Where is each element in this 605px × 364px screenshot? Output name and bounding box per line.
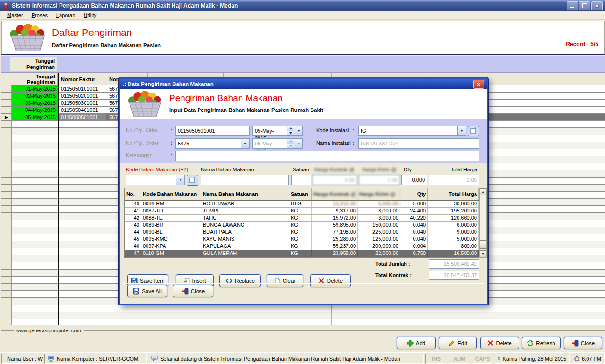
cell-nomor-faktur[interactable]: 0115050501001 (59, 114, 106, 120)
items-grid-cell: 15,972.00 (312, 215, 358, 221)
cell-nomor-faktur[interactable]: 0115050101001 (59, 85, 106, 92)
date-dropdown-arrow (294, 139, 302, 148)
bg-col-faktur[interactable]: Nomor Faktur (59, 73, 106, 85)
items-grid-row[interactable]: 470110-GMGULA MERAHKG23,958.0022,000.000… (125, 250, 479, 257)
cell-tanggal-pengiriman[interactable]: 01-May-2015 (12, 85, 58, 92)
grid-scrollbar[interactable] (479, 188, 487, 258)
cell-nomor-faktur[interactable]: 0115050301001 (59, 100, 106, 106)
menu-master[interactable]: Master (3, 11, 27, 19)
cell-tanggal-pengiriman[interactable]: 05-May-2015 (12, 114, 58, 120)
cell-tanggal-pengiriman[interactable]: 02-May-2015 (12, 93, 58, 99)
items-grid-cell: 43 (125, 222, 141, 229)
delete-item-button[interactable]: Delete (310, 274, 351, 287)
combo-arrow-icon[interactable] (457, 126, 466, 135)
new-bahan-button[interactable] (187, 175, 198, 186)
dialog-close-footer-button[interactable]: Close (173, 285, 213, 297)
no-kirim-input[interactable] (175, 126, 250, 136)
scrollbar-thumb[interactable] (480, 240, 486, 249)
status-welcome-text: Selamat datang di Sistem Informasi Penga… (160, 356, 400, 362)
satuan-input[interactable] (291, 175, 311, 185)
cell-tanggal-pengiriman[interactable]: 03-May-2015 (12, 100, 58, 106)
combo-arrow-icon[interactable] (176, 175, 184, 185)
minimize-button[interactable] (567, 1, 578, 10)
items-grid-cell: 22,000.00 (358, 250, 400, 257)
date-dropdown-arrow[interactable] (294, 126, 302, 135)
col-kode[interactable]: Kode Bahan Makanan (141, 188, 201, 200)
items-grid-row[interactable]: 420088-TETAHUKG15,972.003,000.0040.22012… (125, 215, 479, 222)
page-title: Daftar Pengiriman (52, 27, 132, 38)
qty-input[interactable] (401, 175, 427, 185)
colon: : (353, 127, 354, 133)
dialog-title: .: Data Pengiriman Bahan Makanan (123, 81, 473, 87)
items-grid-cell: KG (289, 222, 312, 229)
kode-bahan-combo[interactable] (126, 175, 185, 185)
items-grid-row[interactable]: 430089-BRBUNGA LAWANGKG59,895.00150,000.… (125, 222, 479, 229)
refresh-button[interactable]: Refresh (522, 337, 561, 349)
bg-col-tanggal[interactable]: Tanggal Pengiriman (12, 73, 58, 85)
menu-bar: Master Proses Laporan Utility (1, 11, 605, 20)
scroll-up-button[interactable] (480, 188, 486, 195)
add-button[interactable]: Add (397, 337, 436, 349)
tgl-kirim-datepicker[interactable]: 05-May-2015 (252, 126, 303, 136)
items-grid-cell: 24.400 (400, 208, 428, 214)
items-grid-cell: KAYU MANIS (201, 236, 289, 243)
items-grid-row[interactable]: 410087-THTEMPEKG9,317.008,000.0024.40019… (125, 208, 479, 215)
items-grid-cell: KG (289, 243, 312, 250)
nama-bahan-input[interactable] (201, 175, 289, 185)
close-window-button[interactable]: Close (564, 337, 602, 349)
colon: : (171, 140, 172, 146)
keterangan-input[interactable] (175, 151, 479, 161)
items-grid-row[interactable]: 450095-KMCKAYU MANISKG25,289.00125,000.0… (125, 236, 479, 243)
col-nama[interactable]: Nama Bahan Makanan (201, 188, 289, 200)
col-harga-kontrak[interactable]: Harga Kontrak @ (312, 188, 358, 200)
menu-utility[interactable]: Utility (79, 11, 101, 19)
qty-label: Qty (404, 167, 412, 172)
bg-grid-empty-row (1, 305, 605, 312)
row-selector (1, 156, 12, 163)
page-header-panel: Daftar Pengiriman Daftar Pengiriman Baha… (1, 21, 605, 55)
filter-button-tanggal[interactable]: Tanggal Pengiriman (10, 57, 57, 71)
col-harga-kirim[interactable]: Harga Kirim @ (358, 188, 400, 200)
scroll-down-button[interactable] (480, 250, 486, 257)
replace-button[interactable]: Replace (219, 274, 261, 287)
combo-arrow-icon[interactable] (241, 139, 249, 148)
items-grid-row[interactable]: 400086-RMROTI TAWARBTG13,310.006,000.005… (125, 201, 479, 208)
menu-proses[interactable]: Proses (27, 11, 52, 19)
cell-nomor-faktur[interactable]: 0115050201001 (59, 93, 106, 99)
delete-button[interactable]: Delete (480, 337, 519, 349)
new-instalasi-button[interactable] (468, 126, 479, 136)
col-qty[interactable]: Qty (400, 188, 428, 200)
add-icon (407, 340, 414, 347)
minimize-icon (570, 7, 574, 8)
items-grid-cell: 0097-KPA (141, 243, 201, 250)
date-spinner[interactable] (287, 126, 294, 135)
kode-instalasi-value: IG (359, 126, 457, 135)
row-selector (1, 284, 12, 290)
close-button[interactable]: × (591, 1, 603, 10)
no-order-value: 5675 (176, 139, 241, 148)
save-all-button[interactable]: Save All (127, 285, 167, 297)
restore-icon (582, 3, 587, 8)
items-grid-cell: ROTI TAWAR (201, 201, 289, 207)
status-bar: Nama User : WIN7 Nama Komputer : SERVER-… (0, 352, 605, 364)
kode-bahan-value (126, 175, 176, 185)
col-satuan[interactable]: Satuan (289, 188, 312, 200)
items-grid-row[interactable]: 440090-BLBUAH PALAKG77,198.00225,000.000… (125, 229, 479, 236)
col-total[interactable]: Total Harga (428, 188, 479, 200)
dialog-close-button[interactable]: x (473, 80, 484, 89)
col-no[interactable]: No. (125, 188, 141, 200)
restore-button[interactable] (579, 1, 590, 10)
kode-instalasi-combo[interactable]: IG (358, 126, 466, 136)
items-grid-cell: 55,237.00 (312, 243, 358, 250)
data-pengiriman-dialog: .: Data Pengiriman Bahan Makanan x Pengi… (119, 77, 488, 305)
edit-button[interactable]: Edit (439, 337, 477, 349)
no-order-combo[interactable]: 5675 (175, 138, 250, 149)
row-selector (1, 255, 12, 262)
edit-pencil-icon (449, 340, 455, 347)
status-time-text: 6:07 PM (582, 356, 601, 362)
cell-tanggal-pengiriman[interactable]: 04-May-2015 (12, 107, 58, 113)
clear-button[interactable]: Clear (267, 274, 303, 287)
items-grid-row[interactable]: 460097-KPAKAPULAGAKG55,237.00200,000.000… (125, 243, 479, 250)
menu-laporan[interactable]: Laporan (52, 11, 79, 19)
cell-nomor-faktur[interactable]: 0115050401001 (59, 107, 106, 113)
